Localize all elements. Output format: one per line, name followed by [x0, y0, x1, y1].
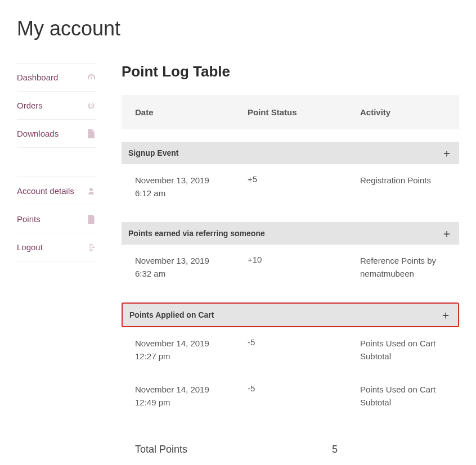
total-value: 5 — [332, 444, 446, 455]
main-content: Point Log Table Date Point Status Activi… — [122, 63, 459, 460]
cell-date: November 14, 201912:49 pm — [135, 383, 248, 409]
user-icon — [87, 187, 96, 196]
sidebar-item-blank — [17, 147, 96, 177]
page-title: My account — [17, 17, 459, 40]
sidebar-item-label: Account details — [17, 186, 74, 196]
table-header: Date Point Status Activity — [122, 95, 459, 129]
table-row: November 14, 201912:49 pm-5Points Used o… — [122, 373, 459, 419]
log-group: Points earned via referring someone＋Nove… — [122, 222, 459, 290]
cell-activity: Points Used on Cart Subtotal — [360, 337, 446, 363]
col-header-activity: Activity — [360, 107, 446, 117]
plus-icon[interactable]: ＋ — [441, 147, 452, 159]
col-header-status: Point Status — [248, 107, 360, 117]
sidebar-nav: Dashboard Orders Downloads Account detai… — [17, 63, 96, 460]
sidebar-item-account-details[interactable]: Account details — [17, 177, 96, 205]
group-title: Points Applied on Cart — [129, 310, 214, 319]
dashboard-icon — [87, 73, 96, 82]
log-group: Points Applied on Cart＋November 14, 2019… — [122, 303, 459, 419]
sidebar-item-label: Orders — [17, 101, 43, 110]
col-header-date: Date — [135, 107, 248, 117]
table-row: November 13, 20196:32 am+10Reference Poi… — [122, 245, 459, 290]
file-icon — [87, 129, 96, 138]
log-group: Signup Event＋November 13, 20196:12 am+5R… — [122, 142, 459, 210]
cell-status: -5 — [248, 383, 360, 409]
cell-activity: Reference Points by nematmubeen — [360, 255, 446, 280]
basket-icon — [87, 101, 96, 110]
cell-status: -5 — [248, 337, 360, 363]
cell-status: +10 — [248, 255, 360, 280]
sidebar-item-label: Logout — [17, 242, 43, 252]
group-title: Points earned via referring someone — [128, 229, 265, 238]
total-label: Total Points — [135, 444, 332, 455]
sidebar-item-label: Dashboard — [17, 73, 58, 82]
group-header[interactable]: Signup Event＋ — [122, 142, 459, 164]
sidebar-item-points[interactable]: Points — [17, 205, 96, 233]
cell-activity: Registration Points — [360, 174, 446, 200]
sidebar-item-label: Downloads — [17, 129, 59, 138]
sidebar-item-downloads[interactable]: Downloads — [17, 119, 96, 147]
cell-activity: Points Used on Cart Subtotal — [360, 383, 446, 409]
sidebar-item-orders[interactable]: Orders — [17, 91, 96, 119]
cell-date: November 13, 20196:32 am — [135, 255, 248, 280]
cell-status: +5 — [248, 174, 360, 200]
sidebar-item-dashboard[interactable]: Dashboard — [17, 63, 96, 91]
cell-date: November 14, 201912:27 pm — [135, 337, 248, 363]
doc-icon — [87, 215, 96, 224]
table-row: November 13, 20196:12 am+5Registration P… — [122, 164, 459, 210]
plus-icon[interactable]: ＋ — [441, 228, 452, 239]
main-title: Point Log Table — [122, 63, 459, 80]
total-row: Total Points 5 — [122, 431, 459, 460]
group-title: Signup Event — [128, 148, 178, 157]
sidebar-item-logout[interactable]: Logout — [17, 233, 96, 261]
signout-icon — [87, 243, 96, 252]
group-header[interactable]: Points earned via referring someone＋ — [122, 222, 459, 245]
table-row: November 14, 201912:27 pm-5Points Used o… — [122, 327, 459, 373]
cell-date: November 13, 20196:12 am — [135, 174, 248, 200]
sidebar-item-label: Points — [17, 214, 41, 224]
plus-icon[interactable]: ＋ — [440, 309, 451, 320]
group-header[interactable]: Points Applied on Cart＋ — [123, 304, 458, 326]
